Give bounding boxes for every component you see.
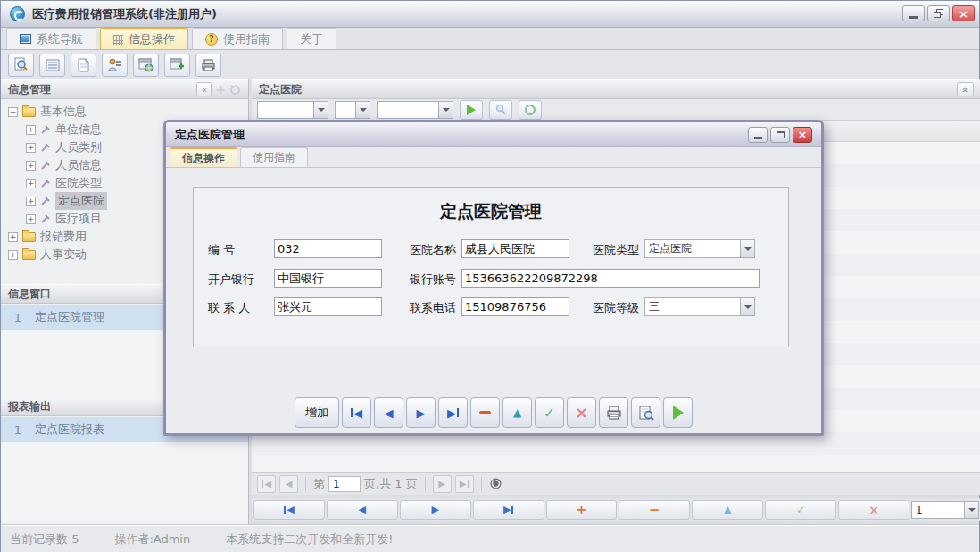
contact-field[interactable] xyxy=(274,297,382,316)
last-record-icon: ▶ xyxy=(447,406,456,420)
filter-select-2[interactable] xyxy=(335,101,370,119)
list-icon xyxy=(46,59,60,71)
expander-icon[interactable]: − xyxy=(8,107,18,117)
bank-field[interactable] xyxy=(274,269,382,288)
expander-icon[interactable]: + xyxy=(8,232,18,242)
prev-record-icon: ◀ xyxy=(359,504,366,515)
print-button[interactable] xyxy=(599,397,628,428)
add-icon: + xyxy=(576,502,587,518)
last-record-button[interactable]: ▶ xyxy=(438,397,468,428)
cancel-button[interactable]: × xyxy=(567,397,596,428)
tree-item-basic-info[interactable]: − 基本信息 xyxy=(1,103,248,121)
record-cancel-button[interactable]: × xyxy=(838,500,909,520)
tab-about[interactable]: 关于 xyxy=(287,28,336,49)
dialog-close-button[interactable]: × xyxy=(793,127,812,143)
last-page-button[interactable]: ▶ xyxy=(455,475,474,493)
record-next-button[interactable]: ▶ xyxy=(400,500,471,520)
dialog-tab-user-guide[interactable]: 使用指南 xyxy=(240,147,308,167)
filter-select-1[interactable] xyxy=(257,101,328,119)
code-field[interactable] xyxy=(274,239,382,258)
restore-icon xyxy=(934,9,943,18)
expander-icon[interactable]: + xyxy=(8,250,18,260)
phone-field[interactable] xyxy=(461,297,569,316)
collapse-panel-button[interactable]: « xyxy=(957,82,974,96)
last-page-icon: ▶ xyxy=(460,479,467,489)
expander-icon[interactable]: + xyxy=(26,125,36,135)
run-query-button[interactable] xyxy=(460,100,483,120)
tree-label: 报销费用 xyxy=(40,229,87,245)
expander-icon[interactable]: + xyxy=(26,143,36,153)
document-tool-button[interactable] xyxy=(71,54,96,77)
prev-page-button[interactable]: ◀ xyxy=(279,475,298,493)
hospital-type-select[interactable]: 定点医院 xyxy=(644,239,755,258)
edit-record-button[interactable]: ▲ xyxy=(502,397,532,428)
dialog-tab-info-operation[interactable]: 信息操作 xyxy=(170,147,237,167)
user-settings-tool-button[interactable] xyxy=(102,54,128,77)
expander-icon[interactable]: + xyxy=(26,197,36,206)
record-edit-button[interactable]: ▲ xyxy=(692,500,763,520)
cross-icon: × xyxy=(575,404,587,422)
dialog-minimize-button[interactable] xyxy=(748,127,768,143)
designated-hospital-panel-header: 定点医院 « xyxy=(252,79,980,99)
collapse-sidebar-button[interactable]: « xyxy=(196,82,212,96)
expander-icon[interactable]: + xyxy=(26,161,36,171)
tree-label: 基本信息 xyxy=(40,104,87,120)
record-prev-button[interactable]: ◀ xyxy=(327,500,398,520)
panel-title: 信息管理 xyxy=(8,82,51,97)
edit-icon: ▲ xyxy=(513,406,521,419)
cross-icon: × xyxy=(868,503,879,517)
bank-label: 开户银行 xyxy=(208,272,254,288)
tab-user-guide[interactable]: ? 使用指南 xyxy=(192,28,283,49)
run-report-button[interactable] xyxy=(663,397,693,428)
add-button[interactable]: 增加 xyxy=(295,397,339,428)
next-page-button[interactable]: ▶ xyxy=(433,475,452,493)
dialog-maximize-button[interactable] xyxy=(770,127,790,143)
record-delete-button[interactable]: − xyxy=(619,500,690,520)
record-post-button[interactable]: ✓ xyxy=(765,500,836,520)
app-logo-icon xyxy=(10,6,25,21)
main-toolbar xyxy=(1,50,979,79)
close-button[interactable]: × xyxy=(952,5,975,21)
print-preview-button[interactable] xyxy=(631,397,660,428)
account-field[interactable] xyxy=(461,269,760,288)
printer-tool-button[interactable] xyxy=(195,54,221,77)
restore-button[interactable] xyxy=(927,5,950,21)
next-record-button[interactable]: ▶ xyxy=(406,397,436,428)
prev-record-button[interactable]: ◀ xyxy=(374,397,403,428)
next-record-icon: ▶ xyxy=(431,504,438,515)
tab-info-operation[interactable]: 信息操作 xyxy=(100,28,188,49)
hospital-form: 定点医院管理 编 号 医院名称 医院类型 定点医院 开户银行 银行账号 xyxy=(193,187,789,347)
record-last-button[interactable]: ▶ xyxy=(473,500,544,520)
first-page-button[interactable]: ◀ xyxy=(257,475,276,493)
filter-select-3[interactable] xyxy=(377,101,453,119)
window-globe-tool-button[interactable] xyxy=(133,54,159,77)
prev-page-icon: ◀ xyxy=(286,479,293,489)
grade-select[interactable]: 三 xyxy=(644,297,755,316)
tool-icon xyxy=(40,124,51,135)
select-value: 1 xyxy=(912,504,964,516)
printer-icon xyxy=(201,59,216,71)
hospital-name-field[interactable] xyxy=(461,239,569,258)
operator-text: 操作者:Admin xyxy=(114,531,190,548)
edit-search-button[interactable] xyxy=(489,100,512,120)
records-per-page-select[interactable]: 1 xyxy=(911,501,979,519)
delete-record-button[interactable] xyxy=(470,397,500,428)
list-tool-button[interactable] xyxy=(39,54,65,77)
expander-icon[interactable]: + xyxy=(26,179,36,188)
minimize-button[interactable] xyxy=(902,5,925,21)
expander-icon[interactable]: + xyxy=(26,214,36,224)
refresh-button[interactable] xyxy=(519,100,542,120)
window-add-tool-button[interactable] xyxy=(164,54,190,77)
tool-icon xyxy=(40,196,51,206)
folder-icon xyxy=(22,250,36,260)
record-add-button[interactable]: + xyxy=(546,500,618,520)
search-tool-button[interactable] xyxy=(8,54,34,77)
folder-icon xyxy=(22,232,36,242)
play-icon xyxy=(673,406,684,420)
reload-grid-icon[interactable] xyxy=(489,477,502,490)
confirm-button[interactable]: ✓ xyxy=(535,397,564,428)
record-first-button[interactable]: ◀ xyxy=(253,500,325,520)
tab-system-nav[interactable]: 系统导航 xyxy=(6,28,96,49)
page-number-input[interactable] xyxy=(328,476,361,492)
first-record-button[interactable]: ◀ xyxy=(342,397,371,428)
